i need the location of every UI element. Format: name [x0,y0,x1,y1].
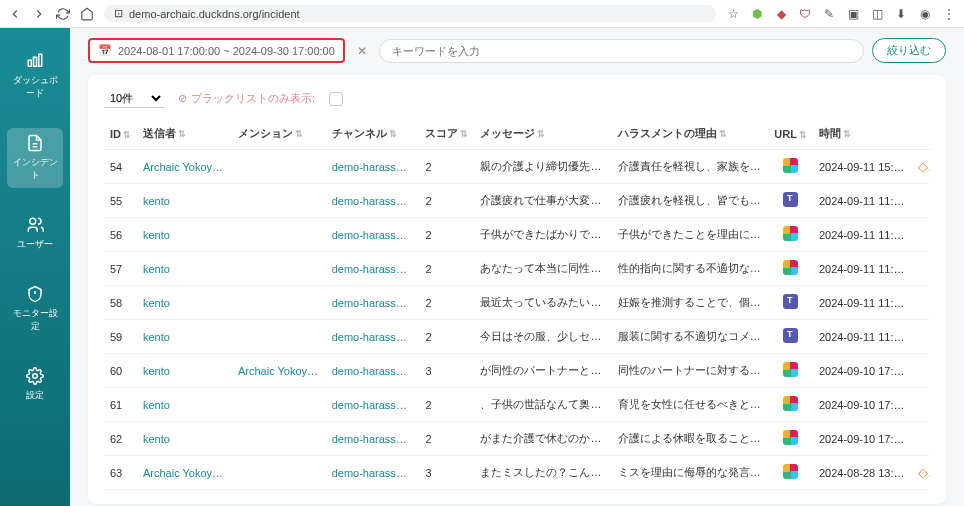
th-channel[interactable]: チャンネル⇅ [326,118,420,150]
slack-icon[interactable] [783,464,798,479]
th-sender[interactable]: 送信者⇅ [137,118,232,150]
date-range-picker[interactable]: 📅 2024-08-01 17:00:00 ~ 2024-09-30 17:00… [88,38,345,63]
cell-mention[interactable] [232,286,326,320]
filter-button[interactable]: 絞り込む [872,38,946,63]
profile-icon[interactable]: ◉ [918,7,932,21]
cell-mention[interactable]: Archaic Yokoyama [232,354,326,388]
warning-icon: ⊘ [178,92,187,105]
cell-sender[interactable]: Archaic Yokoyama [137,456,232,490]
cell-sender[interactable]: Archaic Yokoyama [137,150,232,184]
th-score[interactable]: スコア⇅ [419,118,474,150]
table-row[interactable]: 56kentodemo-harassment2子供ができたばかりでしょ？仕事に集… [104,218,930,252]
cell-score: 2 [419,320,474,354]
slack-icon[interactable] [783,260,798,275]
cell-warn [912,218,930,252]
cell-sender[interactable]: kento [137,286,232,320]
cell-channel[interactable]: demo-harassment [326,184,420,218]
warning-icon: ◇ [918,159,930,174]
th-mention[interactable]: メンション⇅ [232,118,326,150]
cell-mention[interactable] [232,252,326,286]
cell-channel[interactable]: demo-harassment [326,218,420,252]
table-row[interactable]: 59kentodemo-harassment2今日はその服、少しセクシーだね。服… [104,320,930,354]
th-id[interactable]: ID⇅ [104,118,137,150]
table-row[interactable]: 55kentodemo-harassment2介護疲れで仕事が大変だって？そんな… [104,184,930,218]
slack-icon[interactable] [783,226,798,241]
cell-channel[interactable]: demo-harassment [326,354,420,388]
reload-icon[interactable] [56,7,70,21]
cell-warn [912,286,930,320]
cell-time: 2024-09-10 17:12:20 [813,388,912,422]
cell-sender[interactable]: kento [137,354,232,388]
cell-reason: 服装に関する不適切なコメントであり、セク… [612,320,769,354]
table-row[interactable]: 62kentodemo-harassment2がまた介護で休むのか。こっちは代わ… [104,422,930,456]
ext1-icon[interactable]: ⬢ [750,7,764,21]
cell-score: 2 [419,422,474,456]
sidebar-item-incident[interactable]: インシデント [7,128,63,188]
cell-channel[interactable]: demo-harassment [326,320,420,354]
page-size-select[interactable]: 10件 [104,89,164,108]
ext5-icon[interactable]: ▣ [846,7,860,21]
more-icon[interactable]: ⋮ [942,7,956,21]
keyword-input[interactable] [379,39,864,63]
th-message[interactable]: メッセージ⇅ [474,118,611,150]
cell-warn: ◇ [912,456,930,490]
teams-icon[interactable] [783,328,798,343]
cell-sender[interactable]: kento [137,388,232,422]
ext2-icon[interactable]: ◆ [774,7,788,21]
cell-mention[interactable] [232,422,326,456]
th-reason[interactable]: ハラスメントの理由⇅ [612,118,769,150]
slack-icon[interactable] [783,362,798,377]
svg-rect-1 [34,57,37,66]
ext6-icon[interactable]: ◫ [870,7,884,21]
table-row[interactable]: 58kentodemo-harassment2最近太っているみたいだけど、もしか… [104,286,930,320]
cell-channel[interactable]: demo-harassment [326,150,420,184]
cell-channel[interactable]: demo-harassment [326,252,420,286]
cell-channel[interactable]: demo-harassment [326,388,420,422]
cell-mention[interactable] [232,150,326,184]
blacklist-checkbox[interactable] [329,92,343,106]
cell-mention[interactable] [232,388,326,422]
slack-icon[interactable] [783,396,798,411]
cell-sender[interactable]: kento [137,252,232,286]
table-row[interactable]: 54Archaic Yokoyamademo-harassment2親の介護より… [104,150,930,184]
cell-message: 今日はその服、少しセクシーだね。 [474,320,611,354]
ext4-icon[interactable]: ✎ [822,7,836,21]
cell-sender[interactable]: kento [137,218,232,252]
ext3-icon[interactable]: 🛡 [798,7,812,21]
star-icon[interactable]: ☆ [726,7,740,21]
cell-sender[interactable]: kento [137,422,232,456]
clear-date-button[interactable]: ✕ [353,44,371,58]
url-bar[interactable]: ⊡ demo-archaic.duckdns.org/incident [104,5,716,22]
cell-mention[interactable] [232,320,326,354]
table-row[interactable]: 61kentodemo-harassment2、子供の世話なんて奥さんに任せて、… [104,388,930,422]
sidebar-item-dashboard[interactable]: ダッシュボード [7,46,63,106]
table-row[interactable]: 63Archaic Yokoyamademo-harassment3またミスした… [104,456,930,490]
back-icon[interactable] [8,7,22,21]
cell-url [768,252,813,286]
teams-icon[interactable] [783,294,798,309]
sidebar-item-settings[interactable]: 設定 [7,361,63,408]
sidebar-item-monitor[interactable]: モニター設定 [7,279,63,339]
home-icon[interactable] [80,7,94,21]
cell-channel[interactable]: demo-harassment [326,456,420,490]
teams-icon[interactable] [783,192,798,207]
sidebar-item-users[interactable]: ユーザー [7,210,63,257]
table-row[interactable]: 57kentodemo-harassment2あなたって本当に同性が好きなの？性… [104,252,930,286]
table-row[interactable]: 60kentoArchaic Yokoyamademo-harassment3が… [104,354,930,388]
th-url[interactable]: URL⇅ [768,118,813,150]
cell-mention[interactable] [232,218,326,252]
forward-icon[interactable] [32,7,46,21]
sidebar-label: ユーザー [17,238,53,251]
cell-score: 2 [419,150,474,184]
cell-url [768,388,813,422]
slack-icon[interactable] [783,158,798,173]
th-time[interactable]: 時間⇅ [813,118,912,150]
slack-icon[interactable] [783,430,798,445]
cell-channel[interactable]: demo-harassment [326,422,420,456]
download-icon[interactable]: ⬇ [894,7,908,21]
cell-mention[interactable] [232,184,326,218]
cell-sender[interactable]: kento [137,320,232,354]
cell-sender[interactable]: kento [137,184,232,218]
cell-mention[interactable] [232,456,326,490]
cell-channel[interactable]: demo-harassment [326,286,420,320]
